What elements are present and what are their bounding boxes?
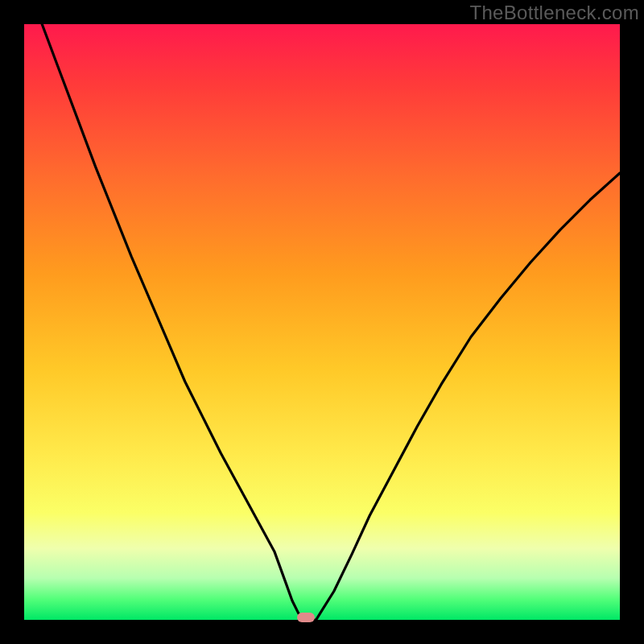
plot-area: [24, 24, 620, 620]
bottleneck-curve: [42, 24, 620, 620]
optimum-marker: [297, 613, 315, 622]
watermark-text: TheBottleneck.com: [469, 2, 639, 24]
curve-svg: [24, 24, 620, 620]
chart-frame: TheBottleneck.com: [0, 0, 644, 644]
